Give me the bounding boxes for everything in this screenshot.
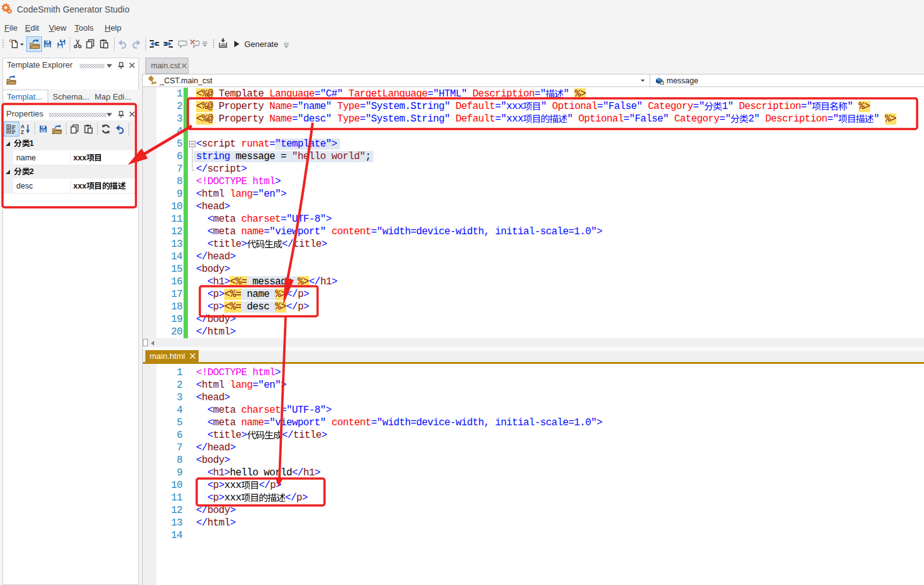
svg-text:Z: Z bbox=[21, 129, 24, 135]
